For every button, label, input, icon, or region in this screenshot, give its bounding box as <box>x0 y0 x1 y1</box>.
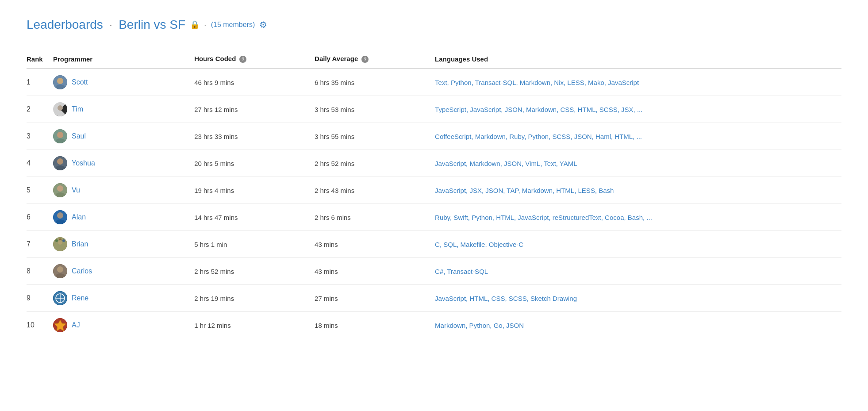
programmer-cell: Tim <box>53 96 194 123</box>
avatar <box>53 210 67 224</box>
rank-cell: 4 <box>27 150 53 177</box>
hours-cell: 2 hrs 52 mins <box>194 258 315 285</box>
languages-cell: JavaScript, Markdown, JSON, VimL, Text, … <box>435 150 841 177</box>
rank-cell: 2 <box>27 96 53 123</box>
daily-cell: 3 hrs 53 mins <box>315 96 435 123</box>
programmer-name-link[interactable]: Tim <box>72 105 83 113</box>
table-row: 1Scott46 hrs 9 mins6 hrs 35 minsText, Py… <box>27 69 841 96</box>
programmer-cell: Saul <box>53 123 194 150</box>
daily-cell: 3 hrs 55 mins <box>315 123 435 150</box>
programmer-name-link[interactable]: Rene <box>72 294 88 302</box>
hours-cell: 19 hrs 4 mins <box>194 177 315 204</box>
hours-cell: 27 hrs 12 mins <box>194 96 315 123</box>
programmer-name-link[interactable]: Saul <box>72 132 86 140</box>
programmer-cell: Scott <box>53 69 194 96</box>
hours-cell: 23 hrs 33 mins <box>194 123 315 150</box>
svg-point-12 <box>57 185 63 192</box>
competition-name: Berlin vs SF <box>119 18 185 31</box>
programmer-name-link[interactable]: Alan <box>72 213 86 221</box>
col-daily-average: Daily Average ? <box>315 50 435 69</box>
page-title: Leaderboards · Berlin vs SF <box>27 18 185 32</box>
programmer-name-link[interactable]: Vu <box>72 186 80 194</box>
programmer-name-link[interactable]: Carlos <box>72 267 92 275</box>
hours-cell: 2 hrs 19 mins <box>194 285 315 312</box>
svg-point-21 <box>58 240 62 245</box>
members-count[interactable]: (15 members) <box>211 21 255 29</box>
daily-cell: 2 hrs 6 mins <box>315 204 435 231</box>
rank-cell: 1 <box>27 69 53 96</box>
daily-cell: 18 mins <box>315 312 435 339</box>
gear-icon[interactable]: ⚙ <box>259 19 267 30</box>
table-body: 1Scott46 hrs 9 mins6 hrs 35 minsText, Py… <box>27 69 841 338</box>
hours-help-icon[interactable]: ? <box>239 56 246 63</box>
rank-cell: 7 <box>27 231 53 258</box>
daily-cell: 43 mins <box>315 231 435 258</box>
table-row: 6Alan14 hrs 47 mins2 hrs 6 minsRuby, Swi… <box>27 204 841 231</box>
daily-help-icon[interactable]: ? <box>361 56 369 63</box>
languages-cell: Markdown, Python, Go, JSON <box>435 312 841 339</box>
rank-cell: 8 <box>27 258 53 285</box>
table-row: 3Saul23 hrs 33 mins3 hrs 55 minsCoffeeSc… <box>27 123 841 150</box>
hours-cell: 14 hrs 47 mins <box>194 204 315 231</box>
programmer-cell: Rene <box>53 285 194 312</box>
table-row: 4Yoshua20 hrs 5 mins2 hrs 52 minsJavaScr… <box>27 150 841 177</box>
languages-cell: JavaScript, HTML, CSS, SCSS, Sketch Draw… <box>435 285 841 312</box>
rank-cell: 3 <box>27 123 53 150</box>
languages-cell: Text, Python, Transact-SQL, Markdown, Ni… <box>435 69 841 96</box>
languages-cell: Ruby, Swift, Python, HTML, JavaScript, r… <box>435 204 841 231</box>
languages-cell: TypeScript, JavaScript, JSON, Markdown, … <box>435 96 841 123</box>
svg-point-9 <box>57 158 63 165</box>
avatar <box>53 318 67 332</box>
svg-point-20 <box>62 239 65 242</box>
programmer-name-link[interactable]: Yoshua <box>72 159 95 167</box>
hours-cell: 1 hr 12 mins <box>194 312 315 339</box>
leaderboards-label: Leaderboards <box>27 18 103 31</box>
avatar <box>53 102 67 116</box>
table-row: 9Rene2 hrs 19 mins27 minsJavaScript, HTM… <box>27 285 841 312</box>
programmer-cell: Brian <box>53 231 194 258</box>
programmer-name-link[interactable]: AJ <box>72 321 80 329</box>
hours-cell: 5 hrs 1 min <box>194 231 315 258</box>
avatar <box>53 264 67 278</box>
svg-point-15 <box>57 212 63 219</box>
programmer-cell: Yoshua <box>53 150 194 177</box>
table-row: 7Brian5 hrs 1 min43 minsC, SQL, Makefile… <box>27 231 841 258</box>
table-row: 2Tim27 hrs 12 mins3 hrs 53 minsTypeScrip… <box>27 96 841 123</box>
programmer-cell: AJ <box>53 312 194 339</box>
languages-cell: C, SQL, Makefile, Objective-C <box>435 231 841 258</box>
avatar <box>53 129 67 143</box>
header-separator: · <box>109 18 116 31</box>
col-programmer: Programmer <box>53 50 194 69</box>
rank-cell: 9 <box>27 285 53 312</box>
avatar <box>53 291 67 305</box>
table-row: 10AJ1 hr 12 mins18 minsMarkdown, Python,… <box>27 312 841 339</box>
programmer-name-link[interactable]: Brian <box>72 240 88 248</box>
avatar <box>53 75 67 89</box>
programmer-cell: Alan <box>53 204 194 231</box>
programmer-cell: Vu <box>53 177 194 204</box>
languages-cell: C#, Transact-SQL <box>435 258 841 285</box>
rank-cell: 10 <box>27 312 53 339</box>
lock-icon: 🔒 <box>190 20 200 30</box>
table-row: 5Vu19 hrs 4 mins2 hrs 43 minsJavaScript,… <box>27 177 841 204</box>
programmer-name-link[interactable]: Scott <box>72 78 88 86</box>
col-rank: Rank <box>27 50 53 69</box>
daily-cell: 2 hrs 43 mins <box>315 177 435 204</box>
svg-point-1 <box>57 78 63 84</box>
hours-cell: 20 hrs 5 mins <box>194 150 315 177</box>
rank-cell: 6 <box>27 204 53 231</box>
rank-cell: 5 <box>27 177 53 204</box>
languages-cell: JavaScript, JSX, JSON, TAP, Markdown, HT… <box>435 177 841 204</box>
svg-point-23 <box>57 266 63 273</box>
leaderboard-table: Rank Programmer Hours Coded ? Daily Aver… <box>27 50 841 338</box>
col-languages-used: Languages Used <box>435 50 841 69</box>
hours-cell: 46 hrs 9 mins <box>194 69 315 96</box>
table-row: 8Carlos2 hrs 52 mins43 minsC#, Transact-… <box>27 258 841 285</box>
daily-cell: 27 mins <box>315 285 435 312</box>
header-dot2: · <box>204 20 207 30</box>
daily-cell: 43 mins <box>315 258 435 285</box>
avatar <box>53 183 67 197</box>
daily-cell: 2 hrs 52 mins <box>315 150 435 177</box>
avatar <box>53 156 67 170</box>
avatar <box>53 237 67 251</box>
